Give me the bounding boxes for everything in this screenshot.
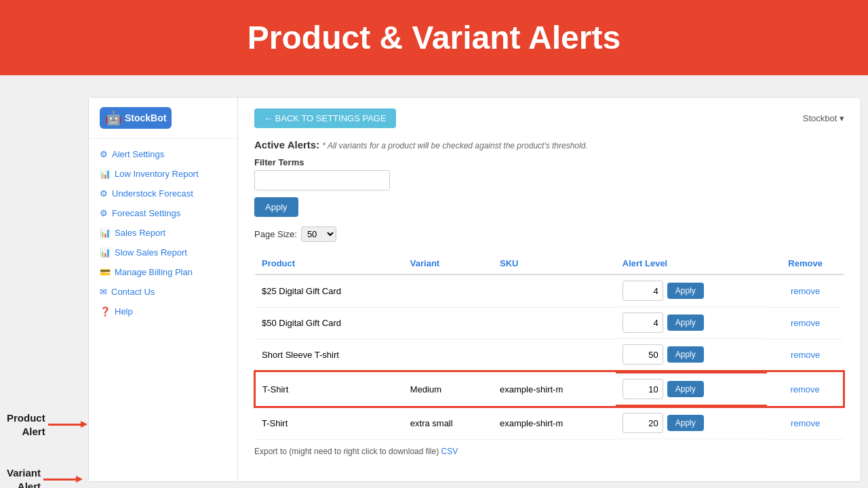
active-alerts-section: Active Alerts: * All variants for a prod… xyxy=(254,139,844,242)
gear-icon: ⚙ xyxy=(100,149,108,159)
product-alert-annotation: ProductAlert xyxy=(7,411,88,438)
row-apply-button[interactable]: Apply xyxy=(667,314,704,331)
cell-product: T-Shirt xyxy=(255,407,403,439)
cell-remove: remove xyxy=(767,274,844,307)
sidebar-item-forecast-settings[interactable]: ⚙ Forecast Settings xyxy=(89,203,237,223)
email-icon: ✉ xyxy=(100,287,107,297)
gear-icon-2: ⚙ xyxy=(100,188,108,199)
help-icon: ❓ xyxy=(100,306,111,317)
user-menu[interactable]: Stockbot ▾ xyxy=(803,113,844,123)
col-sku: SKU xyxy=(493,253,616,274)
product-alert-label: ProductAlert xyxy=(7,411,45,438)
cell-sku xyxy=(493,339,616,371)
table-row-highlighted: T-Shirt Medium example-shirt-m Apply rem… xyxy=(255,371,844,407)
cell-product: $50 Digital Gift Card xyxy=(255,307,403,339)
sidebar-item-label: Low Inventory Report xyxy=(115,169,199,179)
sidebar-item-billing[interactable]: 💳 Manage Billing Plan xyxy=(89,262,237,282)
remove-link[interactable]: remove xyxy=(791,286,820,296)
remove-link[interactable]: remove xyxy=(791,350,820,360)
row-apply-button[interactable]: Apply xyxy=(667,346,704,363)
filter-input[interactable] xyxy=(254,170,390,190)
page-size-row: Page Size: 50 100 200 xyxy=(254,226,844,242)
table-row: T-Shirt extra small example-shirt-m Appl… xyxy=(255,407,844,439)
sidebar-item-low-inventory[interactable]: 📊 Low Inventory Report xyxy=(89,164,237,184)
top-banner: Product & Variant Alerts xyxy=(0,0,868,75)
cell-variant: extra small xyxy=(403,407,493,439)
back-button[interactable]: ← BACK TO SETTINGS PAGE xyxy=(254,108,396,128)
cell-remove: remove xyxy=(767,307,844,339)
billing-icon: 💳 xyxy=(100,267,111,277)
sidebar-item-label: Forecast Settings xyxy=(112,208,180,218)
row-apply-button[interactable]: Apply xyxy=(667,283,704,299)
sidebar-item-alert-settings[interactable]: ⚙ Alert Settings xyxy=(89,144,237,164)
cell-remove: remove xyxy=(767,339,844,371)
cell-sku: example-shirt-m xyxy=(493,371,616,407)
sidebar-item-understock[interactable]: ⚙ Understock Forecast xyxy=(89,184,237,203)
cell-alert-level: Apply xyxy=(616,407,768,439)
alert-level-input[interactable] xyxy=(623,379,663,399)
filter-apply-button[interactable]: Apply xyxy=(254,197,298,217)
sidebar-item-contact[interactable]: ✉ Contact Us xyxy=(89,282,237,302)
cell-sku: example-shirt-m xyxy=(493,407,616,439)
sidebar-item-label: Contact Us xyxy=(111,287,155,297)
remove-link[interactable]: remove xyxy=(791,418,820,428)
table-row: $50 Digital Gift Card Apply remove xyxy=(255,307,844,339)
col-product: Product xyxy=(255,253,403,274)
product-alert-arrow xyxy=(48,424,82,426)
row-apply-button[interactable]: Apply xyxy=(667,415,704,431)
cell-variant xyxy=(403,339,493,371)
csv-link[interactable]: CSV xyxy=(441,447,458,456)
col-remove: Remove xyxy=(767,253,844,274)
table-row: $25 Digital Gift Card Apply remove xyxy=(255,274,844,307)
export-row: Export to (might need to right click to … xyxy=(254,440,844,463)
cell-alert-level: Apply xyxy=(616,307,768,339)
alerts-table: Product Variant SKU Alert Level Remove $… xyxy=(254,253,844,440)
gear-icon-3: ⚙ xyxy=(100,208,108,218)
sidebar-item-sales-report[interactable]: 📊 Sales Report xyxy=(89,223,237,243)
chart-icon: 📊 xyxy=(100,169,111,179)
remove-link[interactable]: remove xyxy=(791,318,820,328)
header-bar: ← BACK TO SETTINGS PAGE Stockbot ▾ xyxy=(254,108,844,128)
table-row: Short Sleeve T-shirt Apply remove xyxy=(255,339,844,371)
banner-title: Product & Variant Alerts xyxy=(14,19,854,56)
annotations-column: ProductAlert VariantAlert xyxy=(7,86,88,488)
page-size-label: Page Size: xyxy=(254,229,297,239)
col-variant: Variant xyxy=(403,253,493,274)
chart-icon-2: 📊 xyxy=(100,228,111,238)
alert-level-input[interactable] xyxy=(623,344,663,365)
cell-remove: remove xyxy=(767,407,844,439)
alert-level-input[interactable] xyxy=(623,312,663,333)
remove-link[interactable]: remove xyxy=(790,384,819,394)
alert-level-input[interactable] xyxy=(623,413,663,433)
sidebar-item-help[interactable]: ❓ Help xyxy=(89,302,237,321)
alert-level-input[interactable] xyxy=(623,281,663,301)
cell-remove: remove xyxy=(767,371,844,407)
cell-sku xyxy=(493,274,616,307)
row-apply-button[interactable]: Apply xyxy=(667,381,704,397)
logo-robot-icon: 🤖 xyxy=(105,110,122,126)
main-content: ← BACK TO SETTINGS PAGE Stockbot ▾ Activ… xyxy=(238,98,861,481)
sidebar-item-slow-sales[interactable]: 📊 Slow Sales Report xyxy=(89,243,237,262)
sidebar-item-label: Manage Billing Plan xyxy=(115,267,193,277)
col-alert-level: Alert Level xyxy=(616,253,768,274)
sidebar-item-label: Slow Sales Report xyxy=(115,247,187,258)
cell-product: Short Sleeve T-shirt xyxy=(255,339,403,371)
sidebar: 🤖 StockBot ⚙ Alert Settings 📊 Low Invent… xyxy=(89,98,238,481)
sidebar-item-label: Help xyxy=(115,306,133,317)
active-alerts-title: Active Alerts: * All variants for a prod… xyxy=(254,139,844,150)
cell-sku xyxy=(493,307,616,339)
cell-variant: Medium xyxy=(403,371,493,407)
variant-alert-annotation: VariantAlert xyxy=(7,466,88,488)
sidebar-item-label: Sales Report xyxy=(115,228,165,238)
active-alerts-subtitle: * All variants for a product will be che… xyxy=(322,141,587,150)
logo-box: 🤖 StockBot xyxy=(100,107,172,129)
cell-product: $25 Digital Gift Card xyxy=(255,274,403,307)
chart-icon-3: 📊 xyxy=(100,247,111,258)
export-text: Export to (might need to right click to … xyxy=(254,447,439,456)
variant-alert-arrow xyxy=(43,479,77,481)
page-size-select[interactable]: 50 100 200 xyxy=(301,226,336,242)
sidebar-nav: ⚙ Alert Settings 📊 Low Inventory Report … xyxy=(89,139,237,327)
cell-variant xyxy=(403,274,493,307)
cell-alert-level: Apply xyxy=(616,339,768,371)
table-body: $25 Digital Gift Card Apply remove xyxy=(255,274,844,439)
